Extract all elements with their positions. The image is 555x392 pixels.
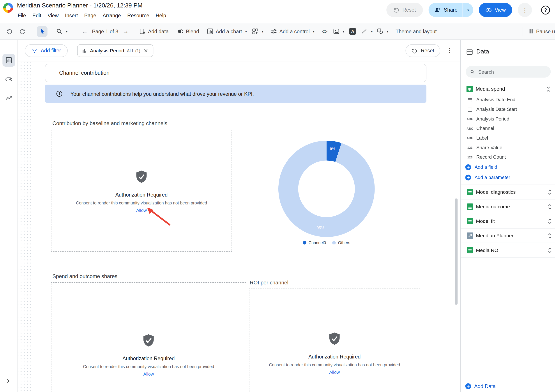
line-tool-button[interactable]: ▾: [361, 28, 372, 35]
add-data-icon: [139, 28, 146, 35]
header-more-options-button[interactable]: ⋮: [518, 3, 532, 17]
menu-help[interactable]: Help: [153, 12, 169, 19]
sidebar-item-report[interactable]: [2, 54, 15, 67]
menu-page[interactable]: Page: [81, 12, 99, 19]
data-source-row[interactable]: Media outcome: [461, 200, 555, 214]
line-icon: [361, 28, 368, 35]
primary-source-row[interactable]: Media spend: [461, 83, 555, 95]
view-button[interactable]: View: [479, 3, 512, 17]
legend-dot-others: [332, 241, 336, 244]
roi-viz-auth-box[interactable]: Authorization Required Consent to render…: [249, 288, 420, 392]
community-visualizations-button[interactable]: ▾: [252, 28, 263, 35]
fields-area: Media spend Analysis Date End Analysis D…: [461, 83, 555, 182]
auth-required-title: Authorization Required: [308, 354, 361, 360]
close-icon[interactable]: [143, 48, 149, 53]
sidebar-item-controls[interactable]: [5, 75, 13, 83]
field-row[interactable]: Analysis Date End: [461, 95, 555, 104]
data-source-row[interactable]: Media ROI: [461, 243, 555, 258]
shape-tool-button[interactable]: ▾: [377, 28, 388, 35]
expand-sidebar-button[interactable]: [5, 378, 11, 384]
sidebar-item-insights[interactable]: [5, 94, 13, 102]
looker-studio-logo-icon[interactable]: [3, 3, 13, 13]
data-source-row[interactable]: Meridian Planner: [461, 229, 555, 243]
channel-contribution-card[interactable]: Channel contribution: [45, 64, 426, 82]
kebab-icon: ⋮: [522, 6, 528, 14]
unfold-icon[interactable]: [548, 218, 552, 224]
chart-icon: [207, 28, 214, 35]
info-banner[interactable]: Your channel contributions help you unde…: [45, 85, 426, 103]
field-row[interactable]: 123 Record Count: [461, 152, 555, 162]
field-row[interactable]: ABC Channel: [461, 124, 555, 133]
theme-layout-button[interactable]: Theme and layout: [395, 29, 437, 34]
filter-reset-label: Reset: [421, 48, 434, 53]
legend-label-channel0: Channel0: [309, 241, 326, 245]
text-tool-icon: A: [351, 29, 354, 34]
field-row[interactable]: ABC Analysis Period: [461, 114, 555, 124]
auth-required-message: Consent to render this community visuali…: [76, 200, 207, 206]
add-chart-button[interactable]: Add a chart ▾: [207, 28, 247, 35]
spend-viz-auth-box[interactable]: Authorization Required Consent to render…: [51, 282, 246, 392]
add-field-label: Add a field: [475, 164, 497, 170]
add-field-button[interactable]: Add a field: [461, 162, 555, 172]
field-row[interactable]: Analysis Date Start: [461, 104, 555, 114]
menu-view[interactable]: View: [44, 12, 62, 19]
filter-reset-button[interactable]: Reset: [406, 44, 440, 57]
analysis-period-filter-chip[interactable]: Analysis Period ALL (1): [77, 44, 153, 57]
add-parameter-button[interactable]: Add a parameter: [461, 172, 555, 183]
canvas-scrollbar[interactable]: [455, 199, 458, 305]
primary-source-label: Media spend: [476, 86, 505, 92]
field-row[interactable]: 123 Share Value: [461, 143, 555, 153]
menu-insert[interactable]: Insert: [62, 12, 81, 19]
contribution-viz-auth-box[interactable]: Authorization Required Consent to render…: [51, 130, 232, 251]
menu-arrange[interactable]: Arrange: [99, 12, 124, 19]
header-reset-button[interactable]: Reset: [387, 3, 423, 17]
unfold-icon[interactable]: [548, 233, 552, 239]
share-dropdown-button[interactable]: ▾: [463, 3, 473, 17]
filter-bar-more-button[interactable]: ⋮: [446, 47, 453, 54]
share-button[interactable]: Share: [429, 3, 463, 17]
select-tool-button[interactable]: [37, 26, 48, 37]
section-title-contribution: Contribution by baseline and marketing c…: [52, 120, 167, 126]
unfold-icon[interactable]: [548, 189, 552, 195]
auth-required-title: Authorization Required: [116, 192, 168, 198]
legend-label-others: Others: [338, 241, 350, 245]
previous-page-button[interactable]: ←: [82, 28, 88, 34]
blend-button[interactable]: Blend: [177, 28, 199, 35]
search-input[interactable]: [478, 69, 547, 75]
left-sidebar: [0, 40, 18, 392]
calendar-icon: [467, 97, 473, 103]
data-source-row[interactable]: Model fit: [461, 214, 555, 229]
collapse-icon[interactable]: [546, 86, 551, 92]
field-row[interactable]: ABC Label: [461, 133, 555, 143]
unfold-icon[interactable]: [548, 247, 552, 253]
redo-button[interactable]: [19, 28, 25, 35]
undo-button[interactable]: [6, 28, 13, 35]
field-search[interactable]: [466, 66, 551, 78]
pause-updates-button[interactable]: Pause u: [528, 28, 555, 34]
allow-link[interactable]: Allow: [329, 370, 340, 375]
allow-link[interactable]: Allow: [143, 372, 154, 377]
embed-code-button[interactable]: <>: [321, 28, 327, 34]
add-data-panel-label: Add Data: [474, 383, 496, 389]
insert-image-button[interactable]: ▾: [333, 28, 344, 35]
add-data-panel-button[interactable]: Add Data: [465, 383, 496, 389]
next-page-button[interactable]: →: [122, 28, 128, 34]
data-source-row[interactable]: Model diagnostics: [461, 185, 555, 200]
add-data-button[interactable]: Add data: [139, 28, 168, 35]
toolbar-divider: [523, 27, 523, 36]
text-tool-button[interactable]: A: [349, 28, 356, 35]
help-button[interactable]: ?: [541, 6, 550, 14]
menu-resource[interactable]: Resource: [124, 12, 152, 19]
menu-edit[interactable]: Edit: [29, 12, 44, 19]
menu-file[interactable]: File: [15, 12, 29, 19]
chevron-down-icon: ▾: [343, 30, 344, 33]
page-indicator[interactable]: Page 1 of 3: [92, 29, 118, 34]
add-filter-button[interactable]: Add filter: [25, 44, 68, 57]
unfold-icon[interactable]: [548, 204, 552, 210]
report-title[interactable]: Meridian Scenario Planner - 1/20/26, 12:…: [17, 2, 143, 9]
add-control-button[interactable]: Add a control ▾: [270, 28, 314, 35]
text-type-icon: ABC: [467, 117, 474, 120]
donut-chart[interactable]: 5% 95%: [278, 141, 375, 237]
zoom-tool-button[interactable]: ▾: [56, 28, 67, 35]
connector-icon: [467, 232, 473, 239]
